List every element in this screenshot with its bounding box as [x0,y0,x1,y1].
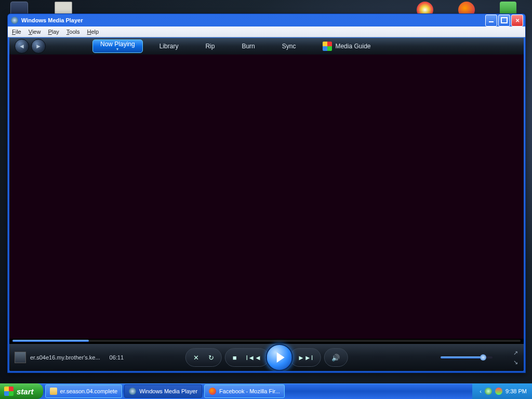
seek-bar[interactable] [12,340,521,342]
tab-media-guide[interactable]: Media Guide [309,38,384,55]
nav-back-button[interactable]: ◄ [15,39,29,54]
tab-media-guide-label: Media Guide [335,43,370,50]
tray-expand-icon[interactable]: ‹ [480,388,482,394]
menu-tools[interactable]: Tools [66,29,80,35]
next-button[interactable]: ►►I [298,354,313,362]
wmp-icon [129,388,136,395]
window-title: Windows Media Player [21,17,83,23]
menu-help[interactable]: Help [87,29,99,35]
seek-progress [12,340,89,342]
wmp-icon [11,17,18,24]
stop-button[interactable]: ■ [233,354,237,362]
tab-now-playing[interactable]: Now Playing ▾ [92,39,143,53]
play-button[interactable] [266,344,293,371]
control-pill-mid: ■ I◄◄ [225,348,269,367]
windows-flag-icon [323,42,332,51]
task-item-label: Facebook - Mozilla Fir... [219,388,280,394]
close-button[interactable] [511,15,523,26]
volume-slider[interactable] [441,356,493,358]
folder-icon [50,388,57,395]
tab-rip[interactable]: Rip [192,38,228,55]
shuffle-button[interactable]: ✕ [193,354,199,362]
clock[interactable]: 9:38 PM [506,388,527,394]
video-playback-area[interactable] [9,55,524,339]
elapsed-time: 06:11 [110,354,124,361]
task-item-label: Windows Media Player [139,388,197,394]
previous-button[interactable]: I◄◄ [246,354,261,362]
compact-mode-button[interactable]: ↘ [511,359,520,365]
wmp-window: Windows Media Player File View Play Tool… [7,14,526,373]
task-item-folder[interactable]: er.season.04.complete [45,384,123,398]
control-pill-left: ✕ ↻ [185,348,222,367]
top-tabs: ◄ ► Now Playing ▾ Library Rip Burn Sync … [9,38,524,55]
playback-controls: er.s04e16.my.brother's.ke... 06:11 ✕ ↻ ■… [9,344,524,371]
system-tray: ‹ 9:38 PM [472,383,532,399]
play-icon [276,352,284,363]
firefox-icon [209,388,216,395]
tray-icon-1[interactable] [485,388,492,395]
mute-button[interactable]: 🔊 [331,354,340,362]
menu-view[interactable]: View [29,29,41,35]
task-item-firefox[interactable]: Facebook - Mozilla Fir... [204,384,285,398]
media-filename: er.s04e16.my.brother's.ke... [30,354,100,361]
menu-file[interactable]: File [12,29,21,35]
task-item-label: er.season.04.complete [60,388,118,394]
windows-logo-icon [4,387,14,396]
tab-sync[interactable]: Sync [269,38,310,55]
tab-burn[interactable]: Burn [228,38,268,55]
tab-library[interactable]: Library [146,38,192,55]
control-pill-mid2: ►►I [290,348,321,367]
chevron-down-icon: ▾ [116,47,118,51]
wmp-body: ◄ ► Now Playing ▾ Library Rip Burn Sync … [9,38,524,371]
menubar: File View Play Tools Help [8,26,525,37]
menu-play[interactable]: Play [48,29,59,35]
tray-icon-2[interactable] [495,388,502,395]
desktop: Windows Media Player File View Play Tool… [0,0,532,399]
volume-thumb[interactable] [480,354,486,361]
titlebar[interactable]: Windows Media Player [8,14,525,26]
volume-group [441,356,493,358]
taskbar: start er.season.04.complete Windows Medi… [0,383,532,399]
media-thumbnail-icon [15,352,26,363]
volume-fill [441,356,481,358]
minimize-button[interactable] [485,15,497,26]
task-item-wmp[interactable]: Windows Media Player [124,384,202,398]
nav-forward-button[interactable]: ► [31,39,46,54]
control-pill-right: 🔊 [324,348,348,367]
fullscreen-button[interactable]: ↗ [511,350,520,356]
start-label: start [17,387,34,396]
maximize-button[interactable] [498,15,510,26]
repeat-button[interactable]: ↻ [208,354,214,362]
start-button[interactable]: start [0,383,43,399]
